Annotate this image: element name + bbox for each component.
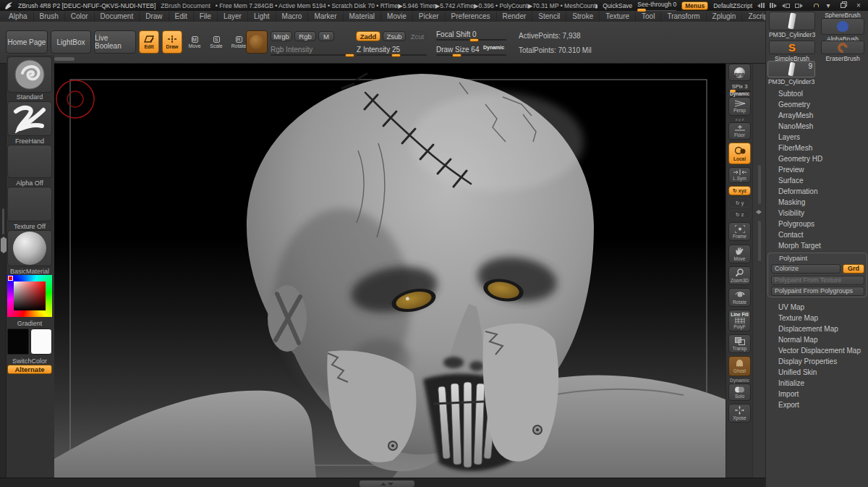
polypaint-from-texture-button[interactable]: Polypaint From Texture — [771, 276, 864, 285]
bottom-tray-handle[interactable] — [359, 480, 414, 487]
focal-shift-slider[interactable]: Focal Shift 0 — [436, 30, 506, 41]
move-canvas-button[interactable]: Move — [728, 245, 751, 263]
menu-tool[interactable]: Tool — [636, 11, 661, 22]
menus-toggle-button[interactable]: Menus — [681, 1, 708, 10]
rotate-canvas-button[interactable]: Rotate — [728, 288, 751, 307]
ghost-button[interactable]: Ghost — [728, 356, 751, 376]
persp-button[interactable]: Persp — [728, 97, 751, 116]
menu-stroke[interactable]: Stroke — [566, 11, 600, 22]
menu-marker[interactable]: Marker — [308, 11, 343, 22]
section-export[interactable]: Export — [766, 399, 868, 410]
zoom3d-button[interactable]: Zoom3D — [728, 266, 751, 285]
lsym-button[interactable]: L.Sym — [728, 167, 751, 183]
move-palette-left-icon[interactable] — [782, 4, 790, 8]
restore-window-icon[interactable] — [838, 1, 848, 9]
section-polygroups[interactable]: Polygroups — [766, 219, 868, 229]
dynamic-draw-size-toggle[interactable]: Dynamic — [483, 45, 504, 50]
section-displacement-map[interactable]: Displacement Map — [766, 323, 868, 334]
switch-color-label[interactable]: SwitchColor — [7, 357, 53, 365]
edit-mode-button[interactable]: Edit — [139, 30, 159, 54]
right-tray-scroll-lower[interactable] — [758, 221, 761, 261]
scale-mode-button[interactable]: S Scale — [207, 30, 226, 54]
menu-brush[interactable]: Brush — [34, 11, 65, 22]
color-picker-square[interactable] — [14, 281, 46, 310]
zsub-button[interactable]: Zsub — [383, 31, 406, 41]
right-tray-scroll-upper[interactable] — [758, 165, 761, 204]
frame-button[interactable]: Frame — [728, 222, 751, 241]
transp-button[interactable]: Transp — [728, 334, 751, 353]
draw-size-handle[interactable] — [452, 54, 461, 57]
close-window-icon[interactable]: × — [854, 2, 864, 9]
material-selector-button[interactable] — [7, 230, 52, 266]
rgb-intensity-slider[interactable]: Rgb Intensity — [271, 46, 354, 56]
menu-draw[interactable]: Draw — [140, 11, 169, 22]
section-display-properties[interactable]: Display Properties — [766, 356, 868, 367]
default-zscript-button[interactable]: DefaultZScript — [713, 2, 752, 9]
z-intensity-slider[interactable]: Z Intensity 25 — [357, 46, 427, 56]
section-initialize[interactable]: Initialize — [766, 378, 868, 389]
tool-item-eraserbrush[interactable] — [821, 41, 864, 54]
current-tool-label[interactable]: PM3D_Cylinder3 — [766, 78, 817, 85]
section-masking[interactable]: Masking — [766, 197, 868, 208]
section-unified-skin[interactable]: Unified Skin — [766, 367, 868, 378]
section-normal-map[interactable]: Normal Map — [766, 334, 868, 345]
lightbox-button[interactable]: LightBox — [51, 30, 91, 54]
section-fibermesh[interactable]: FiberMesh — [766, 143, 868, 153]
main-color-swatch[interactable] — [7, 329, 29, 355]
bpr-render-button[interactable]: BPR — [728, 64, 751, 81]
section-nanomesh[interactable]: NanoMesh — [766, 121, 868, 132]
rgb-button[interactable]: Rgb — [294, 31, 316, 41]
menu-document[interactable]: Document — [95, 11, 140, 22]
polyframe-button[interactable]: Line Fill PolyF — [728, 310, 751, 331]
material-preview-button[interactable] — [246, 30, 268, 54]
alternate-button[interactable]: Alternate — [7, 365, 52, 374]
section-morph-target[interactable]: Morph Target — [766, 240, 868, 251]
dynamic-solo-label[interactable]: Dynamic — [728, 378, 751, 383]
right-tray-handle-icon[interactable] — [756, 210, 762, 214]
home-page-button[interactable]: Home Page — [6, 30, 48, 54]
section-contact[interactable]: Contact — [766, 229, 868, 240]
see-through-slider[interactable]: See-through 0 — [637, 1, 676, 11]
section-polypaint[interactable]: Polypaint — [779, 254, 807, 262]
mrgb-button[interactable]: Mrgb — [271, 31, 292, 41]
canvas-h-scrollbar[interactable] — [54, 57, 75, 61]
tool-item-label[interactable]: EraserBrush — [818, 55, 867, 62]
menu-render[interactable]: Render — [497, 11, 533, 22]
menu-movie[interactable]: Movie — [381, 11, 413, 22]
focal-shift-handle[interactable] — [469, 38, 479, 42]
left-tray-scroll[interactable] — [2, 208, 4, 234]
section-geometry-hd[interactable]: Geometry HD — [766, 153, 868, 164]
tool-item-label[interactable]: PM3D_Cylinder3 — [767, 31, 817, 38]
shrink-right-tray-icon[interactable] — [770, 3, 777, 8]
minimize-icon[interactable]: ▾ — [823, 2, 833, 9]
menu-light[interactable]: Light — [248, 11, 276, 22]
y-symmetry-button[interactable]: ↻ y — [728, 198, 751, 208]
current-tool-button[interactable]: 9 — [767, 61, 815, 77]
draw-mode-button[interactable]: Draw — [162, 30, 182, 54]
section-layers[interactable]: Layers — [766, 132, 868, 143]
color-picker[interactable] — [7, 275, 52, 317]
m-button[interactable]: M — [318, 31, 334, 41]
polypaint-from-polygroups-button[interactable]: Polypaint From Polygroups — [771, 287, 864, 296]
current-brush-button[interactable] — [7, 56, 52, 93]
menu-texture[interactable]: Texture — [600, 11, 636, 22]
section-import[interactable]: Import — [766, 389, 868, 399]
section-surface[interactable]: Surface — [766, 175, 868, 186]
menu-stencil[interactable]: Stencil — [532, 11, 566, 22]
alpha-selector-button[interactable] — [7, 145, 52, 178]
z-intensity-handle[interactable] — [391, 54, 401, 57]
menu-layer[interactable]: Layer — [218, 11, 248, 22]
menu-material[interactable]: Material — [344, 11, 382, 22]
section-uv-map[interactable]: UV Map — [766, 302, 868, 313]
menu-macro[interactable]: Macro — [276, 11, 309, 22]
section-texture-map[interactable]: Texture Map — [766, 313, 868, 323]
menu-preferences[interactable]: Preferences — [446, 11, 497, 22]
shrink-left-tray-icon[interactable] — [757, 3, 765, 8]
tool-item-simplebrush[interactable]: S — [769, 41, 815, 54]
local-symmetry-button[interactable]: Local — [728, 143, 751, 164]
zcut-button[interactable]: Zcut — [408, 31, 427, 41]
section-preview[interactable]: Preview — [766, 164, 868, 175]
xyz-symmetry-button[interactable]: ↻ xyz — [728, 186, 751, 195]
xpose-button[interactable]: Xpose — [728, 404, 751, 423]
colorize-button[interactable]: Colorize — [771, 264, 841, 274]
